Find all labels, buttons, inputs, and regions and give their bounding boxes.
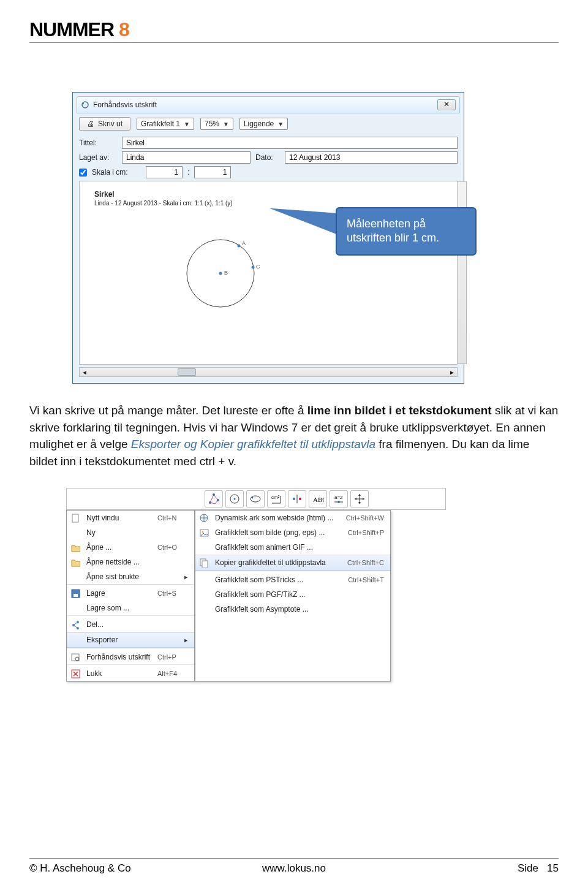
page-footer: © H. Aschehoug & Co www.lokus.no Side 15 [29, 858, 559, 875]
menu-item-shortcut: Ctrl+Shift+T [348, 576, 384, 583]
menu-item-label: Forhåndsvis utskrift [86, 653, 153, 661]
body-paragraph: Vi kan skrive ut på mange måter. Det lur… [29, 402, 559, 469]
menu-item-shortcut: Ctrl+Shift+W [346, 514, 384, 522]
menu-icon [69, 572, 81, 582]
author-input[interactable] [122, 151, 251, 164]
menu-icon [69, 528, 81, 538]
menu-icon [198, 590, 210, 599]
logo-accent: 8 [119, 18, 129, 40]
menu-item[interactable]: Dynamisk ark som webside (html) ...Ctrl+… [195, 511, 390, 525]
menu-item-shortcut: Ctrl+N [157, 514, 188, 522]
menu-item-shortcut: Ctrl+Shift+P [348, 529, 384, 536]
svg-point-7 [252, 266, 255, 269]
svg-text:C: C [256, 264, 260, 270]
footer-url: www.lokus.no [206, 862, 382, 875]
tool-ellipse-icon[interactable] [246, 490, 265, 507]
menu-icon [69, 603, 81, 613]
svg-rect-38 [202, 561, 208, 568]
menu-item-shortcut: Ctrl+O [157, 544, 188, 551]
svg-text:a=2: a=2 [334, 495, 343, 500]
scale-y-input[interactable] [194, 166, 231, 178]
menu-icon [69, 513, 81, 523]
menu-item-label: Åpne sist brukte [86, 572, 144, 581]
print-preview-dialog: Forhåndsvis utskrift ✕ 🖨 Skriv ut Grafik… [72, 92, 464, 384]
tool-text-icon[interactable]: ABC [309, 490, 327, 507]
svg-point-18 [293, 498, 295, 500]
svg-point-11 [213, 493, 215, 496]
svg-point-15 [251, 496, 260, 502]
menu-item[interactable]: Del... [67, 617, 194, 632]
orientation-dropdown-label: Liggende [244, 120, 274, 128]
scale-checkbox[interactable] [79, 169, 87, 177]
header-rule [29, 42, 559, 43]
callout: Måleenheten på utskriften blir 1 cm. [336, 207, 477, 256]
tool-slider-icon[interactable]: a=2 [330, 490, 348, 507]
menu-item-label: Del... [86, 620, 153, 629]
file-menu-screenshot: cm² ABC a=2 Nytt vinduCtrl+NNyÅpne ...Ct… [66, 488, 446, 682]
svg-text:B: B [224, 270, 228, 276]
submenu-arrow-icon: ▸ [184, 573, 188, 581]
menu-icon [69, 557, 81, 567]
menu-item[interactable]: Grafikkfelt som Asymptote ... [195, 602, 390, 617]
scroll-right-icon[interactable]: ► [447, 368, 457, 376]
menu-item[interactable]: Åpne ...Ctrl+O [67, 540, 194, 555]
zoom-dropdown[interactable]: 75%▼ [200, 118, 233, 130]
menu-item[interactable]: LagreCtrl+S [67, 586, 194, 601]
menu-item[interactable]: Grafikkfelt som animert GIF ... [195, 540, 390, 555]
svg-text:A: A [242, 240, 246, 246]
menu-item[interactable]: Grafikkfelt som PSTricks ...Ctrl+Shift+T [195, 572, 390, 587]
menu-item[interactable]: Nytt vinduCtrl+N [67, 511, 194, 525]
menu-item[interactable]: Lagre som ... [67, 601, 194, 615]
svg-rect-25 [72, 514, 78, 522]
close-button[interactable]: ✕ [437, 99, 456, 110]
menu-icon [198, 542, 210, 552]
footer-page-num: 15 [547, 862, 559, 874]
print-button[interactable]: 🖨 Skriv ut [79, 117, 130, 131]
footer-page-label: Side [518, 862, 538, 874]
field-dropdown[interactable]: Grafikkfelt 1▼ [137, 118, 194, 130]
scroll-thumb[interactable] [178, 368, 196, 376]
printer-icon: 🖨 [87, 120, 94, 128]
menu-item-label: Grafikkfelt som Asymptote ... [215, 605, 349, 614]
menu-icon [198, 558, 210, 568]
horizontal-scrollbar[interactable]: ◄ ► [79, 367, 458, 377]
menu-item[interactable]: Eksporter▸ [67, 632, 194, 648]
tool-move-icon[interactable] [350, 490, 369, 507]
menu-item-label: Lagre som ... [86, 604, 153, 612]
menu-item-label: Grafikkfelt som PSTricks ... [215, 576, 343, 584]
scale-x-input[interactable] [146, 166, 183, 178]
menu-item[interactable]: Åpne nettside ... [67, 555, 194, 569]
menu-item[interactable]: Kopier grafikkfeltet til utklippstavlaCt… [195, 555, 390, 571]
scroll-left-icon[interactable]: ◄ [80, 368, 89, 376]
menu-item[interactable]: Forhåndsvis utskriftCtrl+P [67, 650, 194, 664]
preview-title: Sirkel [94, 190, 115, 199]
menu-item-label: Lukk [86, 669, 153, 678]
orientation-dropdown[interactable]: Liggende▼ [239, 118, 288, 130]
footer-rule [29, 858, 559, 859]
tool-polygon-icon[interactable] [205, 490, 223, 507]
footer-copyright: © H. Aschehoug & Co [29, 862, 206, 875]
tool-reflect-icon[interactable] [288, 490, 306, 507]
svg-point-14 [234, 498, 236, 500]
svg-text:ABC: ABC [313, 496, 324, 503]
date-label: Dato: [255, 153, 280, 162]
menu-icon [69, 620, 81, 629]
svg-point-12 [217, 499, 219, 501]
tool-angle-icon[interactable]: cm² [267, 490, 285, 507]
svg-rect-27 [74, 594, 78, 597]
menu-item-label: Grafikkfelt som PGF/TikZ ... [215, 590, 349, 599]
export-submenu: Dynamisk ark som webside (html) ...Ctrl+… [195, 510, 391, 682]
menu-item-shortcut: Ctrl+Shift+C [347, 559, 384, 566]
menu-item[interactable]: Åpne sist brukte▸ [67, 569, 194, 584]
menu-item[interactable]: Grafikkfelt som bilde (png, eps) ...Ctrl… [195, 525, 390, 540]
title-input[interactable] [122, 137, 458, 149]
menu-item[interactable]: Ny [67, 525, 194, 540]
date-input[interactable] [285, 151, 458, 164]
submenu-arrow-icon: ▸ [184, 636, 188, 644]
menu-item[interactable]: LukkAlt+F4 [67, 666, 194, 681]
menu-item-label: Nytt vindu [86, 514, 153, 522]
body-italic: Eksporter og Kopier grafikkfeltet til ut… [131, 438, 375, 450]
chevron-down-icon: ▼ [277, 121, 284, 127]
menu-item[interactable]: Grafikkfelt som PGF/TikZ ... [195, 587, 390, 602]
tool-circle-icon[interactable] [225, 490, 244, 507]
